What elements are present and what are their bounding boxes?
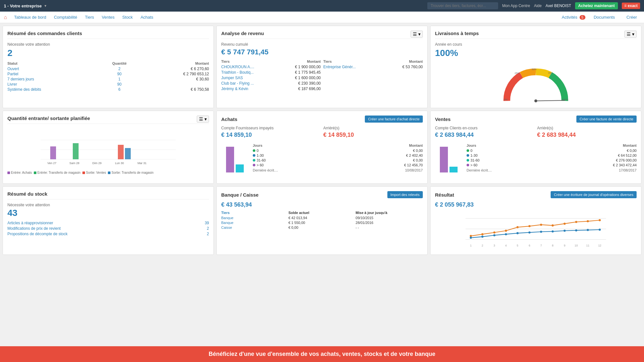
user-name: Axel BENOIST xyxy=(545,4,571,8)
livraison-percent: 100% xyxy=(435,48,637,58)
legend-transferts-sortie: Sortie: Transferts de magasin xyxy=(108,171,154,174)
top-bar: 1 - Votre entreprise ▾ Mon App Centre Ai… xyxy=(0,0,644,12)
tiers-header-left: Tiers Montant xyxy=(221,60,321,63)
svg-text:2: 2 xyxy=(482,244,483,247)
nav-stock[interactable]: Stock xyxy=(119,15,136,20)
svg-text:6: 6 xyxy=(529,244,530,247)
compte-amount: € 14 859,10 xyxy=(221,132,321,138)
ventes-detail: Jours Montant 0 € 0,00 1-30 € 64 512,00 … xyxy=(435,144,637,179)
analyse-amount: € 5 747 791,45 xyxy=(221,48,423,56)
svg-text:4: 4 xyxy=(505,244,507,247)
stock-card: Résumé du stock Nécessite votre attentio… xyxy=(3,186,214,255)
nav-achats[interactable]: Achats xyxy=(137,15,156,20)
ventes-jours-table: Jours Montant 0 € 0,00 1-30 € 64 512,00 … xyxy=(467,144,637,179)
secondary-nav: ⌂ Tableaux de bord Comptabilité Tiers Ve… xyxy=(0,12,644,23)
cumul-label: Revenu cumulé xyxy=(221,42,423,47)
nav-ventes[interactable]: Ventes xyxy=(99,15,118,20)
year-label: Année en cours xyxy=(435,42,637,47)
menu-button-quantite[interactable]: ☰ ▾ xyxy=(197,116,209,123)
banque-card: Banque / Caisse Import des relevés € 43 … xyxy=(216,186,428,255)
activites-link[interactable]: Activités 5 xyxy=(562,15,585,20)
creer-link[interactable]: Créer xyxy=(623,15,640,20)
ventes-jours-row-0: 0 € 0,00 xyxy=(467,149,637,153)
commandes-row-2: 7 derniers jours 1 € 30,60 xyxy=(7,77,209,81)
search-input[interactable] xyxy=(427,2,498,9)
aide-link[interactable]: Aide xyxy=(534,4,542,8)
svg-line-0 xyxy=(536,100,565,101)
documents-link[interactable]: Documents xyxy=(591,15,618,20)
row-label-3[interactable]: Livrer xyxy=(7,82,97,87)
row-label-4[interactable]: Système des débits xyxy=(7,87,97,92)
svg-point-32 xyxy=(540,224,542,226)
tiers-left-col: Tiers Montant CHOUKROUN A.... € 1 900 00… xyxy=(221,60,321,92)
creer-vente-button[interactable]: Créer une facture de vente directe xyxy=(576,116,637,123)
svg-point-47 xyxy=(575,229,577,232)
ventes-derniere-row: Dernière écrit.... 17/08/2017 xyxy=(467,168,637,172)
analyse-card: Analyse de revenu ☰ ▾ Revenu cumulé € 5 … xyxy=(216,26,428,108)
svg-point-30 xyxy=(516,226,519,228)
chevron-down-icon: ▾ xyxy=(44,4,46,8)
sec-nav-left: ⌂ Tableaux de bord Comptabilité Tiers Ve… xyxy=(4,14,156,20)
svg-point-36 xyxy=(587,220,589,222)
svg-text:10: 10 xyxy=(575,244,578,247)
menu-button-livraisons[interactable]: ☰ ▾ xyxy=(624,31,637,38)
svg-point-29 xyxy=(505,230,507,232)
ventes-compte-amount: € 2 683 984,44 xyxy=(435,132,535,138)
menu-button-analyse[interactable]: ☰ ▾ xyxy=(411,31,423,38)
svg-point-46 xyxy=(564,230,566,232)
quantite-chart: Ven 27 Sam 28 Dim 29 Lun 30 Mar 31 xyxy=(7,127,209,169)
svg-text:9: 9 xyxy=(564,244,565,247)
livraisons-card: Livraisons à temps ☰ ▾ Année en cours 10… xyxy=(430,26,641,108)
banque-row-1: Banque € 1 550,00 28/01/2016 xyxy=(221,221,423,225)
app-centre-link[interactable]: Mon App Centre xyxy=(502,4,530,8)
nav-comptabilite[interactable]: Comptabilité xyxy=(51,15,80,20)
banque-title: Banque / Caisse xyxy=(221,192,259,198)
creer-achat-button[interactable]: Créer une facture d'achat directe xyxy=(365,116,423,123)
company-name[interactable]: 1 - Votre entreprise xyxy=(4,4,42,8)
nav-tiers[interactable]: Tiers xyxy=(82,15,97,20)
tiers-row-3: Club bar - Flying ... € 230 390,00 xyxy=(221,81,321,86)
stock-attention: Nécessite votre attention xyxy=(7,203,209,207)
creer-ecriture-button[interactable]: Créer une écriture de journal d'opératio… xyxy=(551,191,637,198)
ventes-arriere-amount: € 2 683 984,44 xyxy=(537,132,637,138)
commandes-row-4: Système des débits 6 € 6 750,58 xyxy=(7,87,209,92)
col-montant: Montant xyxy=(142,61,209,65)
banque-row-0: Banque € 42 013,94 09/10/2015 xyxy=(221,216,423,220)
stock-row-0: Articles à réapprovisionner 39 xyxy=(7,221,209,225)
arriere-label: Arriéré(s) xyxy=(323,126,423,130)
svg-point-35 xyxy=(575,221,577,223)
row-qty-0: 2 xyxy=(97,67,142,71)
tiers-right-col: Tiers Montant Entreprise Génér... € 53 7… xyxy=(323,60,423,92)
exact-logo: = exact xyxy=(622,3,640,9)
buy-now-button[interactable]: Achetez maintenant xyxy=(575,2,618,9)
ventes-header: Ventes Créer une facture de vente direct… xyxy=(435,116,637,123)
resultat-amount: € 2 055 967,83 xyxy=(435,201,637,208)
svg-text:50%: 50% xyxy=(532,68,536,71)
svg-text:Lun 30: Lun 30 xyxy=(115,162,124,165)
achats-detail: Jours Montant 0 € 0,00 1-30 € 2 402,40 3… xyxy=(221,144,423,179)
nav-tableaux[interactable]: Tableaux de bord xyxy=(11,15,50,20)
svg-point-33 xyxy=(552,224,554,227)
svg-rect-11 xyxy=(73,143,79,159)
ventes-jours-row-2: 31-60 € 276 000,00 xyxy=(467,158,637,162)
row-label-0[interactable]: Ouvert xyxy=(7,67,97,71)
resultat-header: Résultat Créer une écriture de journal d… xyxy=(435,191,637,198)
top-bar-right: Mon App Centre Aide Axel BENOIST Achetez… xyxy=(427,2,640,9)
legend-transferts-entree: Entrée: Transferts de magasin xyxy=(34,171,80,174)
svg-point-49 xyxy=(599,228,601,231)
svg-point-44 xyxy=(540,231,542,233)
svg-text:5: 5 xyxy=(517,244,518,247)
row-amount-1: € 2 790 653,12 xyxy=(142,72,209,76)
svg-point-40 xyxy=(493,234,496,237)
import-releves-button[interactable]: Import des relevés xyxy=(387,191,423,198)
jours-row-3: > 60 € 12 456,70 xyxy=(253,163,423,167)
row-label-2[interactable]: 7 derniers jours xyxy=(7,77,97,81)
svg-rect-21 xyxy=(440,147,448,172)
row-label-1[interactable]: Partiel xyxy=(7,72,97,76)
home-icon[interactable]: ⌂ xyxy=(4,14,7,20)
ventes-title: Ventes xyxy=(435,116,450,122)
svg-text:75%: 75% xyxy=(548,72,553,75)
svg-text:Ven 27: Ven 27 xyxy=(47,162,56,165)
tiers-right-row-0: Entreprise Génér... € 53 760,00 xyxy=(323,65,423,69)
svg-text:25%: 25% xyxy=(515,72,519,75)
